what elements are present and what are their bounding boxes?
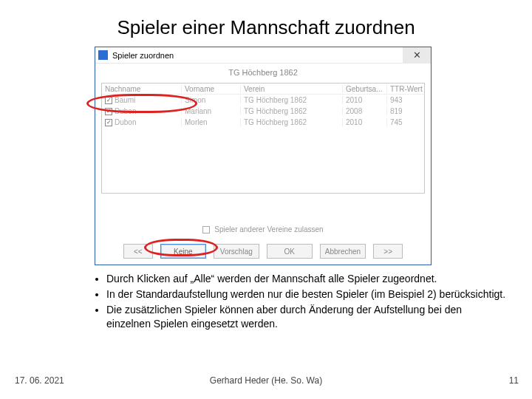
vorschlag-button[interactable]: Vorschlag (214, 244, 259, 259)
cell-verein: TG Höchberg 1862 (241, 107, 343, 115)
cell-nachname: Dubon (115, 118, 136, 126)
row-checkbox[interactable]: ✓ (105, 119, 112, 126)
dialog-title: Spieler zuordnen (112, 51, 403, 60)
footer-page-number: 11 (509, 375, 519, 386)
dialog-titlebar: Spieler zuordnen ✕ (95, 47, 431, 64)
table-row[interactable]: ✓Dubon Morlen TG Höchberg 1862 2010 745 (102, 117, 424, 128)
bullet-item: Durch Klicken auf „Alle“ werden der Mann… (106, 272, 508, 286)
cell-ttr: 745 (387, 118, 423, 126)
slide-title: Spieler einer Mannschaft zuordnen (0, 16, 532, 39)
bullet-list: Durch Klicken auf „Alle“ werden der Mann… (95, 272, 508, 332)
app-icon (98, 50, 108, 60)
cell-geburt: 2008 (343, 107, 387, 115)
ok-button[interactable]: OK (267, 244, 313, 259)
bullet-item: Die zusätzlichen Spieler können aber dur… (106, 303, 508, 331)
col-nachname[interactable]: Nachname (102, 85, 182, 93)
cell-geburt: 2010 (343, 96, 387, 104)
cell-nachname: Baumi (115, 96, 135, 104)
row-checkbox[interactable]: ✓ (105, 97, 112, 104)
cell-vorname: Morlen (182, 118, 241, 126)
cell-verein: TG Höchberg 1862 (241, 118, 343, 126)
footer-author: Gerhard Heder (He. So. Wa) (0, 375, 532, 386)
table-row[interactable]: ✓Baumi Simon TG Höchberg 1862 2010 943 (102, 95, 424, 106)
button-row: << Keine Vorschlag OK Abbrechen >> (95, 244, 431, 259)
grid-header: Nachname Vorname Verein Geburtsa... TTR-… (102, 83, 424, 95)
bullet-item: In der Standardaufstellung werden nur di… (106, 287, 508, 301)
close-button[interactable]: ✕ (403, 47, 431, 64)
row-checkbox[interactable]: ✓ (105, 108, 112, 115)
cell-nachname: Dubon (115, 107, 136, 115)
cell-verein: TG Höchberg 1862 (241, 96, 343, 104)
col-geburt[interactable]: Geburtsa... (343, 85, 387, 93)
next-button[interactable]: >> (373, 244, 403, 259)
keine-button[interactable]: Keine (160, 244, 206, 259)
dialog-window: Spieler zuordnen ✕ TG Höchberg 1862 Nach… (95, 47, 432, 265)
dialog-subtitle: TG Höchberg 1862 (95, 64, 431, 83)
allow-other-checkbox[interactable] (202, 226, 210, 233)
allow-other-label: Spieler anderer Vereine zulassen (214, 225, 323, 233)
col-ttr[interactable]: TTR-Wert (387, 85, 423, 93)
abbrechen-button[interactable]: Abbrechen (320, 244, 366, 259)
col-vorname[interactable]: Vorname (182, 85, 241, 93)
table-row[interactable]: ✓Dubon Mariann TG Höchberg 1862 2008 819 (102, 106, 424, 117)
cell-vorname: Mariann (182, 107, 241, 115)
cell-vorname: Simon (182, 96, 241, 104)
allow-other-row: Spieler anderer Vereine zulassen (95, 225, 431, 233)
prev-button[interactable]: << (123, 244, 153, 259)
close-icon: ✕ (413, 50, 421, 61)
cell-geburt: 2010 (343, 118, 387, 126)
col-verein[interactable]: Verein (241, 85, 343, 93)
cell-ttr: 943 (387, 96, 423, 104)
player-grid[interactable]: Nachname Vorname Verein Geburtsa... TTR-… (101, 83, 425, 194)
cell-ttr: 819 (387, 107, 423, 115)
